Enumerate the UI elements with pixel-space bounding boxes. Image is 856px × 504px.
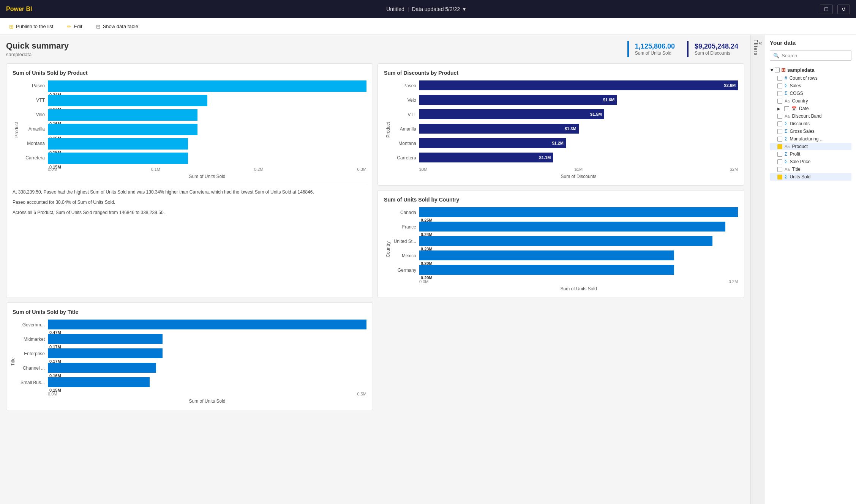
field-item[interactable]: AaDiscount Band [770, 112, 851, 120]
bar-label: Carretera [392, 155, 416, 161]
bar-fill [48, 334, 163, 344]
field-checkbox[interactable] [777, 76, 782, 81]
chart4-y-label: Title [10, 358, 16, 366]
field-name: Gross Sales [790, 129, 814, 134]
bar-fill [419, 207, 738, 217]
field-checkbox[interactable] [777, 167, 782, 172]
field-name: Units Sold [790, 174, 810, 180]
chart4-bars: Governm...0.47MMidmarket0.17MEnterprise0… [20, 320, 366, 388]
chart4-title: Sum of Units Sold by Title [13, 309, 366, 315]
page-title: Quick summary [6, 41, 627, 51]
field-item[interactable]: ΣCOGS [770, 90, 851, 97]
chart1-title: Sum of Units Sold by Product [13, 70, 366, 76]
field-item[interactable]: ΣUnits Sold [770, 173, 851, 181]
bar-row: Velo0.16M [20, 109, 366, 120]
field-checkbox[interactable] [777, 99, 782, 104]
fields-list: #Count of rowsΣSalesΣCOGSAaCountry▶📅Date… [770, 74, 851, 181]
kpi-cards: 1,125,806.00 Sum of Units Sold $9,205,24… [627, 41, 744, 57]
field-item[interactable]: ΣDiscounts [770, 120, 851, 128]
publish-icon: ⊞ [9, 24, 14, 30]
bar-row: Mexico0.20M [392, 250, 738, 261]
field-item[interactable]: AaTitle [770, 165, 851, 173]
publish-label: Publish to the list [16, 24, 53, 29]
chevron-icon[interactable]: ▾ [463, 6, 466, 12]
chart1-insights: At 338,239.50, Paseo had the highest Sum… [13, 184, 366, 217]
data-table-header[interactable]: ▾ ⊞ sampledata [770, 65, 851, 74]
bar-row: VTT$1.5M [392, 109, 738, 120]
window-button[interactable]: ☐ [820, 5, 833, 14]
field-checkbox[interactable] [777, 159, 782, 164]
field-checkbox[interactable] [777, 91, 782, 96]
bar-fill: $1.3M [419, 124, 579, 134]
chart3-title: Sum of Units Sold by Country [384, 197, 738, 203]
bar-container: 0.15M [48, 377, 366, 388]
bar-container: 0.20M [419, 265, 738, 276]
field-item[interactable]: ΣSale Price [770, 158, 851, 165]
bar-label: United St... [392, 239, 416, 244]
bar-container: 0.15M [48, 138, 366, 149]
bar-container: 0.17M [48, 348, 366, 359]
field-checkbox[interactable] [777, 121, 782, 126]
bar-fill [419, 250, 674, 260]
insight1: At 338,239.50, Paseo had the highest Sum… [13, 189, 366, 196]
top-bar-title: Untitled | Data updated 5/2/22 ▾ [386, 6, 466, 12]
field-name: Profit [790, 151, 800, 157]
field-checkbox[interactable] [777, 114, 782, 119]
bar-container: 0.24M [419, 222, 738, 232]
field-name: Sales [790, 83, 801, 88]
refresh-button[interactable]: ↺ [837, 5, 850, 14]
bar-row: Canada0.25M [392, 207, 738, 218]
field-item[interactable]: ΣSales [770, 82, 851, 90]
filters-tab[interactable]: « Filters [750, 35, 765, 504]
bar-fill [48, 138, 188, 150]
chart3-x-label: Sum of Units Sold [392, 286, 738, 291]
show-data-label: Show data table [103, 24, 138, 29]
field-checkbox[interactable] [777, 144, 782, 149]
bar-label: Velo [392, 98, 416, 103]
header-section: Quick summary sampledata 1,125,806.00 Su… [6, 41, 744, 57]
field-checkbox[interactable] [777, 152, 782, 157]
kpi2-value: $9,205,248.24 [695, 43, 738, 50]
field-name: Date [799, 106, 809, 111]
table-checkbox[interactable] [775, 68, 780, 72]
sigma-icon: Σ [785, 129, 787, 134]
bar-row: Midmarket0.17M [20, 334, 366, 345]
field-checkbox[interactable] [777, 137, 782, 142]
bar-label: Enterprise [20, 351, 45, 356]
sigma-icon: Σ [785, 121, 787, 126]
collapse-icon: « [759, 39, 763, 46]
field-item[interactable]: ΣGross Sales [770, 128, 851, 135]
search-input[interactable] [782, 53, 848, 58]
bar-container: 0.16M [48, 363, 366, 373]
field-item[interactable]: AaCountry [770, 97, 851, 105]
field-name: Discount Band [792, 113, 821, 119]
field-checkbox[interactable] [777, 83, 782, 88]
bar-row: Germany0.20M [392, 265, 738, 276]
show-data-table-button[interactable]: ⊟ Show data table [93, 22, 141, 31]
field-item[interactable]: ΣManufacturing ... [770, 135, 851, 143]
bar-label: Midmarket [20, 337, 45, 342]
field-item[interactable]: #Count of rows [770, 74, 851, 82]
field-checkbox[interactable] [784, 106, 789, 111]
bar-container: 0.17M [48, 95, 366, 106]
field-item[interactable]: ▶📅Date [770, 105, 851, 112]
expand-icon: ▶ [777, 107, 780, 111]
field-item[interactable]: AaProduct [770, 143, 851, 150]
field-checkbox[interactable] [777, 175, 782, 180]
filters-label: Filters [753, 39, 759, 55]
bar-row: France0.24M [392, 222, 738, 232]
field-checkbox[interactable] [777, 129, 782, 134]
bar-fill [48, 124, 197, 135]
bar-label: Small Bus... [20, 380, 45, 385]
search-box[interactable]: 🔍 [770, 50, 851, 61]
sigma-icon: Σ [785, 151, 787, 157]
field-item[interactable]: ΣProfit [770, 150, 851, 158]
edit-button[interactable]: ✏ Edit [64, 22, 85, 31]
bar-label: Canada [392, 210, 416, 215]
chart2-x-axis: $0M$1M$2M [392, 167, 738, 172]
bar-container: 0.20M [419, 250, 738, 261]
publish-button[interactable]: ⊞ Publish to the list [6, 22, 56, 31]
field-name: Sale Price [790, 159, 810, 164]
chart2-y-label: Product [385, 122, 391, 137]
table-name: sampledata [787, 67, 815, 73]
